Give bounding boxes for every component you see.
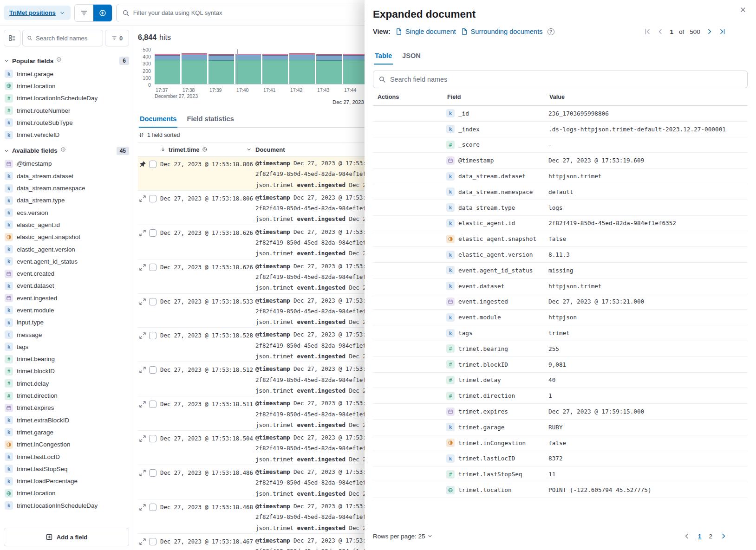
field-value-cell: 9,081 bbox=[545, 361, 748, 368]
row-checkbox[interactable] bbox=[149, 264, 156, 271]
row-checkbox[interactable] bbox=[149, 298, 156, 305]
row-checkbox[interactable] bbox=[149, 366, 156, 374]
pager-current[interactable]: 1 bbox=[670, 28, 673, 35]
field-section-header[interactable]: Popular fields6 bbox=[4, 54, 129, 68]
field-list-item[interactable]: ktrimet.garage bbox=[4, 426, 129, 438]
row-checkbox[interactable] bbox=[149, 332, 156, 339]
expand-icon[interactable] bbox=[139, 435, 146, 442]
row-checkbox[interactable] bbox=[149, 401, 156, 408]
tab-documents[interactable]: Documents bbox=[139, 112, 177, 128]
flyout-field-search-input[interactable]: Search field names bbox=[373, 71, 748, 88]
next-page-icon[interactable] bbox=[720, 532, 727, 540]
expand-icon[interactable] bbox=[139, 401, 146, 408]
expand-icon[interactable] bbox=[139, 264, 146, 271]
previous-page-icon[interactable] bbox=[683, 532, 691, 540]
field-list-item[interactable]: #trimet.routeNumber bbox=[4, 104, 129, 116]
histogram-bar bbox=[316, 54, 342, 84]
document-field-row: @timestampDec 27, 2023 @ 17:53:19.609 bbox=[373, 153, 748, 168]
previous-document-icon[interactable] bbox=[657, 28, 664, 35]
field-list-item[interactable]: ktrimet.extraBlockID bbox=[4, 414, 129, 426]
field-name: trimet.location bbox=[17, 490, 55, 497]
expand-icon[interactable] bbox=[139, 469, 146, 477]
expand-icon[interactable] bbox=[139, 366, 146, 374]
field-list-item[interactable]: ktrimet.garage bbox=[4, 68, 129, 80]
segment-green-segment bbox=[235, 60, 261, 84]
header-time-column[interactable]: trimet.time bbox=[160, 146, 255, 153]
field-list-item[interactable]: ktrimet.locationInScheduleDay bbox=[4, 499, 129, 511]
tab-field-statistics[interactable]: Field statistics bbox=[186, 112, 235, 127]
field-name: trimet.garage bbox=[458, 424, 504, 431]
field-section-header[interactable]: Available fields45 bbox=[4, 144, 129, 158]
tab-table[interactable]: Table bbox=[374, 49, 393, 65]
add-filter-button[interactable] bbox=[93, 5, 112, 21]
field-list-item[interactable]: #trimet.blockID bbox=[4, 365, 129, 377]
field-list-item[interactable]: kdata_stream.dataset bbox=[4, 170, 129, 182]
field-list-item[interactable]: kdata_stream.namespace bbox=[4, 182, 129, 194]
help-icon[interactable]: ? bbox=[547, 28, 554, 35]
expand-icon[interactable] bbox=[139, 229, 146, 237]
field-list-item[interactable]: #trimet.delay bbox=[4, 377, 129, 389]
expand-icon[interactable] bbox=[139, 195, 146, 202]
field-list-item[interactable]: kevent.agent_id_status bbox=[4, 255, 129, 267]
field-list-item[interactable]: #trimet.bearing bbox=[4, 353, 129, 365]
page-number[interactable]: 1 bbox=[698, 533, 701, 540]
field-list-item[interactable]: ktrimet.routeSubType bbox=[4, 116, 129, 129]
field-list-item[interactable]: kelastic_agent.id bbox=[4, 219, 129, 231]
row-checkbox[interactable] bbox=[149, 538, 156, 545]
field-list-item[interactable]: trimet.location bbox=[4, 487, 129, 499]
expand-icon[interactable] bbox=[139, 504, 146, 511]
last-document-icon[interactable] bbox=[719, 28, 726, 35]
field-list-item[interactable]: kelastic_agent.version bbox=[4, 243, 129, 255]
field-list-item[interactable]: @timestamp bbox=[4, 158, 129, 170]
field-list-item[interactable]: event.created bbox=[4, 267, 129, 279]
field-list-item[interactable]: #trimet.direction bbox=[4, 389, 129, 401]
field-name: trimet.extraBlockID bbox=[17, 417, 69, 424]
field-list-item[interactable]: kecs.version bbox=[4, 207, 129, 219]
filter-menu-button[interactable] bbox=[75, 5, 93, 21]
row-checkbox[interactable] bbox=[149, 504, 156, 511]
row-checkbox[interactable] bbox=[149, 435, 156, 442]
field-list-item[interactable]: kdata_stream.type bbox=[4, 194, 129, 207]
expand-icon[interactable] bbox=[139, 538, 146, 545]
row-checkbox[interactable] bbox=[149, 469, 156, 477]
page-number[interactable]: 2 bbox=[709, 533, 712, 540]
field-list-item[interactable]: kinput.type bbox=[4, 317, 129, 329]
rows-per-page-button[interactable]: Rows per page: 25 bbox=[373, 533, 433, 540]
flyout-search-placeholder: Search field names bbox=[390, 76, 447, 83]
field-name: event.module bbox=[17, 307, 54, 314]
row-checkbox[interactable] bbox=[149, 161, 156, 168]
field-filter-button[interactable]: 0 bbox=[105, 30, 129, 46]
field-list-item[interactable]: kevent.dataset bbox=[4, 280, 129, 292]
field-list-item[interactable]: trimet.inCongestion bbox=[4, 439, 129, 451]
flyout-close-button[interactable] bbox=[736, 6, 749, 15]
view-single-document-link[interactable]: Single document bbox=[395, 28, 456, 35]
tab-json[interactable]: JSON bbox=[401, 49, 422, 64]
pin-icon[interactable] bbox=[139, 161, 146, 168]
field-search-input[interactable]: Search field names bbox=[22, 30, 103, 46]
field-type-keyword-icon: k bbox=[5, 208, 13, 217]
expand-icon[interactable] bbox=[139, 298, 146, 305]
field-list-item[interactable]: #trimet.locationInScheduleDay bbox=[4, 92, 129, 104]
field-list-item[interactable]: kevent.module bbox=[4, 304, 129, 316]
field-list-item[interactable]: ktags bbox=[4, 341, 129, 353]
field-list-item[interactable]: tmessage bbox=[4, 329, 129, 341]
row-checkbox[interactable] bbox=[149, 195, 156, 202]
view-surrounding-documents-link[interactable]: Surrounding documents bbox=[461, 28, 543, 35]
field-list-item[interactable]: ktrimet.lastLocID bbox=[4, 451, 129, 463]
next-document-icon[interactable] bbox=[706, 28, 713, 35]
field-list-item[interactable]: ktrimet.vehicleID bbox=[4, 129, 129, 141]
field-list-item[interactable]: event.ingested bbox=[4, 292, 129, 304]
expand-icon[interactable] bbox=[139, 332, 146, 339]
chevron-down-icon[interactable] bbox=[246, 147, 252, 152]
field-list-item[interactable]: ktrimet.lastStopSeq bbox=[4, 463, 129, 475]
field-list-item[interactable]: ktrimet.loadPercentage bbox=[4, 475, 129, 487]
data-view-picker[interactable]: TriMet positions bbox=[4, 6, 71, 20]
add-field-button[interactable]: Add a field bbox=[4, 528, 129, 546]
field-name: elastic_agent.snapshot bbox=[458, 235, 536, 242]
field-list-item[interactable]: trimet.expires bbox=[4, 402, 129, 414]
field-list-item[interactable]: trimet.location bbox=[4, 80, 129, 92]
field-list-settings-button[interactable] bbox=[4, 30, 20, 46]
first-document-icon[interactable] bbox=[644, 28, 651, 35]
row-checkbox[interactable] bbox=[149, 229, 156, 237]
field-list-item[interactable]: elastic_agent.snapshot bbox=[4, 231, 129, 243]
